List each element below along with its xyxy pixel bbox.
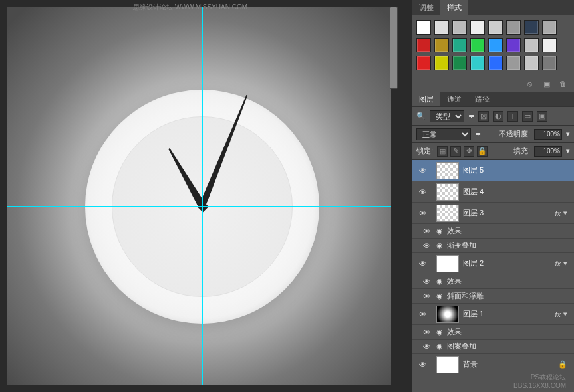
delete-icon[interactable]: 🗑: [559, 80, 569, 89]
visibility-toggle-icon[interactable]: 👁: [412, 310, 432, 318]
search-icon[interactable]: 🔍: [416, 112, 426, 120]
effect-item[interactable]: 👁◉图案叠加: [412, 340, 574, 354]
style-swatch[interactable]: [488, 56, 503, 70]
style-swatch[interactable]: [542, 56, 557, 70]
opacity-field[interactable]: [534, 129, 562, 140]
chevron-down-icon[interactable]: ▾: [563, 209, 567, 217]
type-filter-icon[interactable]: T: [507, 111, 518, 122]
visibility-toggle-icon[interactable]: 👁: [412, 260, 432, 268]
effect-item[interactable]: 👁◉渐变叠加: [412, 239, 574, 253]
style-swatch[interactable]: [452, 38, 467, 52]
style-swatch[interactable]: [416, 56, 431, 70]
dropdown-icon[interactable]: ▾: [566, 130, 570, 138]
style-swatch[interactable]: [452, 20, 467, 35]
layer-thumbnail[interactable]: [436, 162, 459, 179]
layer-row[interactable]: 👁图层 3fx▾: [412, 203, 574, 224]
dropdown-icon[interactable]: ▾: [566, 147, 570, 155]
fill-field[interactable]: [534, 146, 562, 157]
style-swatch[interactable]: [416, 38, 431, 52]
visibility-toggle-icon[interactable]: 👁: [416, 242, 436, 250]
fx-badge[interactable]: fx: [555, 310, 561, 318]
layer-thumbnail[interactable]: [436, 306, 459, 323]
visibility-toggle-icon[interactable]: 👁: [412, 361, 432, 369]
smart-filter-icon[interactable]: ▣: [537, 111, 547, 122]
layer-row[interactable]: 👁图层 4: [412, 181, 574, 203]
visibility-toggle-icon[interactable]: 👁: [416, 292, 436, 300]
guide-vertical[interactable]: [202, 7, 203, 385]
style-swatch[interactable]: [470, 38, 485, 52]
style-swatch[interactable]: [524, 20, 539, 35]
layer-name-label[interactable]: 图层 1: [463, 309, 555, 319]
style-swatch[interactable]: [506, 20, 521, 35]
style-swatch[interactable]: [452, 56, 467, 70]
layer-name-label[interactable]: 背景: [463, 359, 558, 369]
adjust-filter-icon[interactable]: ◐: [493, 111, 503, 122]
layer-name-label[interactable]: 图层 5: [463, 165, 567, 175]
style-swatch[interactable]: [470, 56, 485, 70]
lock-pixels-icon[interactable]: ✎: [450, 146, 461, 157]
tab-adjustments[interactable]: 调整: [412, 0, 440, 15]
document-canvas[interactable]: [7, 7, 391, 385]
tab-paths[interactable]: 路径: [468, 92, 496, 106]
layer-thumbnail[interactable]: [436, 205, 459, 222]
layer-row[interactable]: 👁图层 5: [412, 160, 574, 181]
tab-layers[interactable]: 图层: [412, 92, 440, 106]
visibility-toggle-icon[interactable]: 👁: [416, 343, 436, 351]
style-swatch[interactable]: [434, 56, 449, 70]
fx-badge[interactable]: fx: [555, 209, 561, 217]
effects-header[interactable]: 👁◉效果: [412, 224, 574, 239]
layer-row[interactable]: 👁图层 2fx▾: [412, 253, 574, 274]
visibility-toggle-icon[interactable]: 👁: [412, 188, 432, 196]
layer-thumbnail[interactable]: [436, 255, 459, 272]
new-style-icon[interactable]: ▣: [543, 80, 553, 89]
style-swatch[interactable]: [506, 38, 521, 52]
dropdown-icon[interactable]: ≑: [475, 130, 481, 138]
layer-row[interactable]: 👁图层 1fx▾: [412, 304, 574, 325]
visibility-toggle-icon[interactable]: 👁: [416, 278, 436, 286]
style-swatch[interactable]: [524, 38, 539, 52]
style-swatch[interactable]: [416, 20, 431, 35]
lock-icon: 🔒: [558, 360, 567, 369]
visibility-toggle-icon[interactable]: 👁: [412, 167, 432, 175]
layer-name-label[interactable]: 图层 4: [463, 187, 567, 197]
style-swatch[interactable]: [542, 38, 557, 52]
lock-all-icon[interactable]: 🔒: [477, 146, 488, 157]
blend-mode-select[interactable]: 正常: [416, 128, 471, 140]
lock-position-icon[interactable]: ✥: [464, 146, 474, 157]
style-swatch[interactable]: [488, 20, 503, 35]
guide-horizontal[interactable]: [7, 206, 391, 207]
tab-channels[interactable]: 通道: [440, 92, 468, 106]
layer-thumbnail[interactable]: [436, 356, 459, 373]
lock-transparency-icon[interactable]: ▦: [437, 146, 448, 157]
style-swatch[interactable]: [434, 38, 449, 52]
layer-name-label[interactable]: 图层 2: [463, 258, 555, 268]
chevron-down-icon[interactable]: ▾: [563, 310, 567, 318]
canvas-scrollbar-vertical[interactable]: [390, 7, 398, 89]
clear-style-icon[interactable]: ⦸: [527, 80, 537, 89]
canvas-area[interactable]: 思缘设计论坛 WWW.MISSYUAN.COM: [0, 0, 412, 392]
dropdown-icon[interactable]: ≑: [468, 112, 474, 120]
image-filter-icon[interactable]: ▧: [478, 111, 489, 122]
effects-header[interactable]: 👁◉效果: [412, 325, 574, 340]
filter-kind-select[interactable]: 类型: [430, 110, 464, 122]
style-swatch[interactable]: [524, 56, 539, 70]
style-swatch[interactable]: [542, 20, 557, 35]
style-swatch[interactable]: [434, 20, 449, 35]
chevron-down-icon[interactable]: ▾: [563, 259, 567, 268]
style-swatch[interactable]: [506, 56, 521, 70]
shape-filter-icon[interactable]: ▭: [522, 111, 533, 122]
layers-panel-tabs: 图层 通道 路径: [412, 92, 574, 106]
effect-name: 图案叠加: [447, 342, 476, 351]
visibility-toggle-icon[interactable]: 👁: [416, 328, 436, 336]
effect-item[interactable]: 👁◉斜面和浮雕: [412, 289, 574, 304]
tab-styles[interactable]: 样式: [440, 0, 468, 15]
effects-header[interactable]: 👁◉效果: [412, 274, 574, 289]
style-swatch[interactable]: [488, 38, 503, 52]
style-swatch[interactable]: [470, 20, 485, 35]
fx-badge[interactable]: fx: [555, 260, 561, 268]
visibility-toggle-icon[interactable]: 👁: [416, 227, 436, 235]
layer-name-label[interactable]: 图层 3: [463, 208, 555, 218]
layer-thumbnail[interactable]: [436, 183, 459, 201]
visibility-toggle-icon[interactable]: 👁: [412, 209, 432, 217]
blend-mode-row: 正常 ≑ 不透明度: ▾: [412, 125, 574, 142]
